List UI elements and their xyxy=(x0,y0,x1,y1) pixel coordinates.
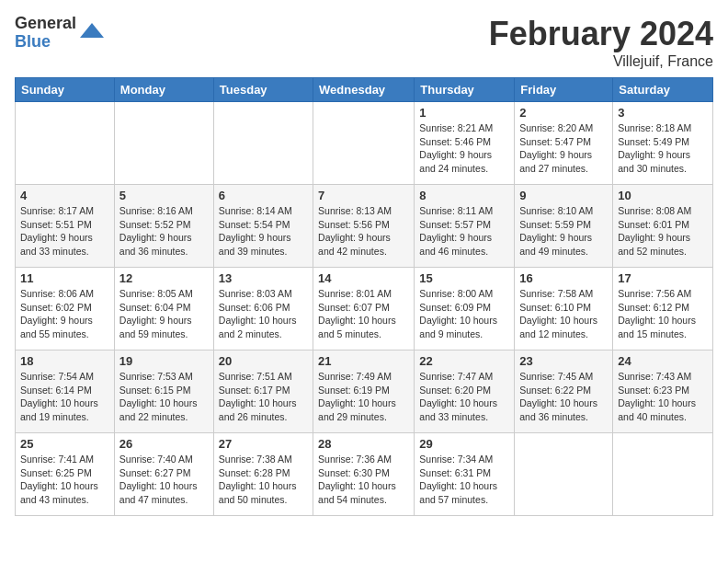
day-number: 25 xyxy=(20,437,109,451)
day-number: 22 xyxy=(419,354,509,368)
calendar-week-row: 11Sunrise: 8:06 AM Sunset: 6:02 PM Dayli… xyxy=(16,268,713,350)
calendar-cell: 14Sunrise: 8:01 AM Sunset: 6:07 PM Dayli… xyxy=(313,268,415,350)
calendar-cell: 24Sunrise: 7:43 AM Sunset: 6:23 PM Dayli… xyxy=(613,350,713,433)
day-number: 23 xyxy=(519,354,608,368)
calendar-week-row: 1Sunrise: 8:21 AM Sunset: 5:46 PM Daylig… xyxy=(16,102,713,185)
calendar-cell: 12Sunrise: 8:05 AM Sunset: 6:04 PM Dayli… xyxy=(114,268,213,350)
day-number: 6 xyxy=(219,189,308,202)
day-content: Sunrise: 8:21 AM Sunset: 5:46 PM Dayligh… xyxy=(419,121,509,176)
day-content: Sunrise: 8:06 AM Sunset: 6:02 PM Dayligh… xyxy=(20,287,109,341)
day-number: 17 xyxy=(618,271,708,285)
weekday-header-thursday: Thursday xyxy=(415,78,515,102)
calendar-cell xyxy=(613,433,713,516)
day-number: 13 xyxy=(219,271,308,285)
calendar-cell xyxy=(213,102,313,185)
day-content: Sunrise: 7:34 AM Sunset: 6:31 PM Dayligh… xyxy=(419,453,509,507)
day-content: Sunrise: 8:03 AM Sunset: 6:06 PM Dayligh… xyxy=(219,287,308,341)
day-content: Sunrise: 8:17 AM Sunset: 5:51 PM Dayligh… xyxy=(20,204,109,259)
day-content: Sunrise: 7:40 AM Sunset: 6:27 PM Dayligh… xyxy=(119,453,209,507)
day-number: 5 xyxy=(119,189,209,202)
day-number: 29 xyxy=(419,437,509,451)
calendar-cell: 22Sunrise: 7:47 AM Sunset: 6:20 PM Dayli… xyxy=(415,350,515,433)
day-content: Sunrise: 7:45 AM Sunset: 6:22 PM Dayligh… xyxy=(519,370,608,424)
day-content: Sunrise: 8:13 AM Sunset: 5:56 PM Dayligh… xyxy=(318,204,409,259)
day-content: Sunrise: 8:18 AM Sunset: 5:49 PM Dayligh… xyxy=(618,121,708,176)
calendar-cell: 17Sunrise: 7:56 AM Sunset: 6:12 PM Dayli… xyxy=(613,268,713,350)
weekday-header-saturday: Saturday xyxy=(613,78,713,102)
calendar-week-row: 18Sunrise: 7:54 AM Sunset: 6:14 PM Dayli… xyxy=(16,350,713,433)
title-section: February 2024 Villejuif, France xyxy=(489,15,713,70)
calendar-cell: 13Sunrise: 8:03 AM Sunset: 6:06 PM Dayli… xyxy=(213,268,313,350)
day-number: 1 xyxy=(419,106,509,120)
header: General Blue February 2024 Villejuif, Fr… xyxy=(15,15,713,70)
weekday-header-row: SundayMondayTuesdayWednesdayThursdayFrid… xyxy=(16,78,713,102)
day-content: Sunrise: 7:43 AM Sunset: 6:23 PM Dayligh… xyxy=(618,370,708,424)
day-number: 15 xyxy=(419,271,509,285)
calendar-cell: 11Sunrise: 8:06 AM Sunset: 6:02 PM Dayli… xyxy=(16,268,115,350)
day-content: Sunrise: 8:14 AM Sunset: 5:54 PM Dayligh… xyxy=(219,204,308,259)
calendar-cell: 18Sunrise: 7:54 AM Sunset: 6:14 PM Dayli… xyxy=(16,350,115,433)
calendar-cell: 6Sunrise: 8:14 AM Sunset: 5:54 PM Daylig… xyxy=(213,185,313,268)
calendar-cell: 9Sunrise: 8:10 AM Sunset: 5:59 PM Daylig… xyxy=(515,185,613,268)
day-content: Sunrise: 7:51 AM Sunset: 6:17 PM Dayligh… xyxy=(219,370,308,424)
calendar-cell: 28Sunrise: 7:36 AM Sunset: 6:30 PM Dayli… xyxy=(313,433,415,516)
day-number: 11 xyxy=(20,271,109,285)
day-number: 27 xyxy=(219,437,308,451)
weekday-header-monday: Monday xyxy=(114,78,213,102)
day-content: Sunrise: 7:38 AM Sunset: 6:28 PM Dayligh… xyxy=(219,453,308,507)
day-number: 20 xyxy=(219,354,308,368)
day-content: Sunrise: 7:53 AM Sunset: 6:15 PM Dayligh… xyxy=(119,370,209,424)
day-number: 26 xyxy=(119,437,209,451)
day-content: Sunrise: 8:08 AM Sunset: 6:01 PM Dayligh… xyxy=(618,204,708,259)
calendar-cell: 25Sunrise: 7:41 AM Sunset: 6:25 PM Dayli… xyxy=(16,433,115,516)
logo-blue-text: Blue xyxy=(15,33,76,52)
day-content: Sunrise: 8:11 AM Sunset: 5:57 PM Dayligh… xyxy=(419,204,509,259)
weekday-header-sunday: Sunday xyxy=(16,78,115,102)
calendar-cell: 23Sunrise: 7:45 AM Sunset: 6:22 PM Dayli… xyxy=(515,350,613,433)
weekday-header-tuesday: Tuesday xyxy=(213,78,313,102)
calendar-cell: 19Sunrise: 7:53 AM Sunset: 6:15 PM Dayli… xyxy=(114,350,213,433)
day-number: 24 xyxy=(618,354,708,368)
calendar-cell: 10Sunrise: 8:08 AM Sunset: 6:01 PM Dayli… xyxy=(613,185,713,268)
day-number: 2 xyxy=(519,106,608,120)
day-content: Sunrise: 7:47 AM Sunset: 6:20 PM Dayligh… xyxy=(419,370,509,424)
svg-marker-1 xyxy=(80,23,104,38)
calendar-cell: 1Sunrise: 8:21 AM Sunset: 5:46 PM Daylig… xyxy=(415,102,515,185)
calendar-cell: 27Sunrise: 7:38 AM Sunset: 6:28 PM Dayli… xyxy=(213,433,313,516)
weekday-header-friday: Friday xyxy=(515,78,613,102)
calendar-cell xyxy=(515,433,613,516)
calendar-week-row: 4Sunrise: 8:17 AM Sunset: 5:51 PM Daylig… xyxy=(16,185,713,268)
day-number: 3 xyxy=(618,106,708,120)
day-content: Sunrise: 8:01 AM Sunset: 6:07 PM Dayligh… xyxy=(318,287,409,341)
logo: General Blue xyxy=(15,15,106,52)
day-number: 4 xyxy=(20,189,109,202)
day-content: Sunrise: 8:16 AM Sunset: 5:52 PM Dayligh… xyxy=(119,204,209,259)
logo-icon xyxy=(78,19,106,47)
calendar-cell: 4Sunrise: 8:17 AM Sunset: 5:51 PM Daylig… xyxy=(16,185,115,268)
calendar-cell xyxy=(313,102,415,185)
weekday-header-wednesday: Wednesday xyxy=(313,78,415,102)
calendar-cell: 15Sunrise: 8:00 AM Sunset: 6:09 PM Dayli… xyxy=(415,268,515,350)
calendar-cell: 2Sunrise: 8:20 AM Sunset: 5:47 PM Daylig… xyxy=(515,102,613,185)
day-content: Sunrise: 7:49 AM Sunset: 6:19 PM Dayligh… xyxy=(318,370,409,424)
day-number: 8 xyxy=(419,189,509,202)
calendar-cell: 7Sunrise: 8:13 AM Sunset: 5:56 PM Daylig… xyxy=(313,185,415,268)
day-content: Sunrise: 7:58 AM Sunset: 6:10 PM Dayligh… xyxy=(519,287,608,341)
day-content: Sunrise: 8:05 AM Sunset: 6:04 PM Dayligh… xyxy=(119,287,209,341)
day-number: 14 xyxy=(318,271,409,285)
day-number: 12 xyxy=(119,271,209,285)
day-number: 28 xyxy=(318,437,409,451)
day-number: 10 xyxy=(618,189,708,202)
calendar-cell xyxy=(16,102,115,185)
day-content: Sunrise: 7:36 AM Sunset: 6:30 PM Dayligh… xyxy=(318,453,409,507)
calendar-week-row: 25Sunrise: 7:41 AM Sunset: 6:25 PM Dayli… xyxy=(16,433,713,516)
calendar-cell: 20Sunrise: 7:51 AM Sunset: 6:17 PM Dayli… xyxy=(213,350,313,433)
calendar-cell: 8Sunrise: 8:11 AM Sunset: 5:57 PM Daylig… xyxy=(415,185,515,268)
logo-general-text: General xyxy=(15,15,76,33)
calendar-cell: 21Sunrise: 7:49 AM Sunset: 6:19 PM Dayli… xyxy=(313,350,415,433)
day-content: Sunrise: 8:00 AM Sunset: 6:09 PM Dayligh… xyxy=(419,287,509,341)
day-number: 16 xyxy=(519,271,608,285)
day-content: Sunrise: 8:20 AM Sunset: 5:47 PM Dayligh… xyxy=(519,121,608,176)
day-number: 7 xyxy=(318,189,409,202)
day-number: 19 xyxy=(119,354,209,368)
